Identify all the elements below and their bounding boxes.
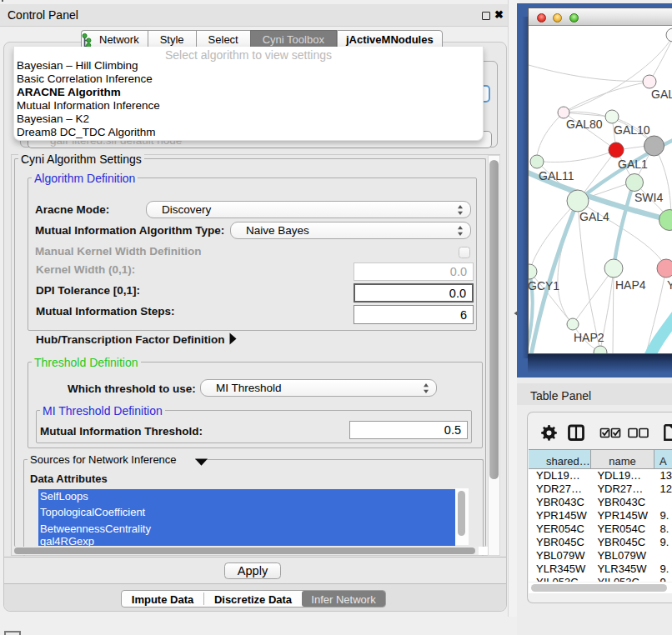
svg-text:GAL11: GAL11 — [539, 169, 574, 182]
svg-text:YJ: YJ — [667, 278, 672, 292]
svg-text:GAL80: GAL80 — [566, 118, 603, 131]
svg-text:GAL4: GAL4 — [579, 210, 609, 223]
svg-text:SWI4: SWI4 — [634, 191, 663, 204]
svg-text:GCY1: GCY1 — [529, 279, 559, 292]
svg-text:GAL1: GAL1 — [618, 158, 648, 171]
svg-text:HAP4: HAP4 — [615, 278, 646, 292]
svg-text:GAL2: GAL2 — [651, 88, 672, 101]
svg-text:GAL10: GAL10 — [614, 123, 650, 137]
svg-text:HAP2: HAP2 — [574, 331, 604, 344]
